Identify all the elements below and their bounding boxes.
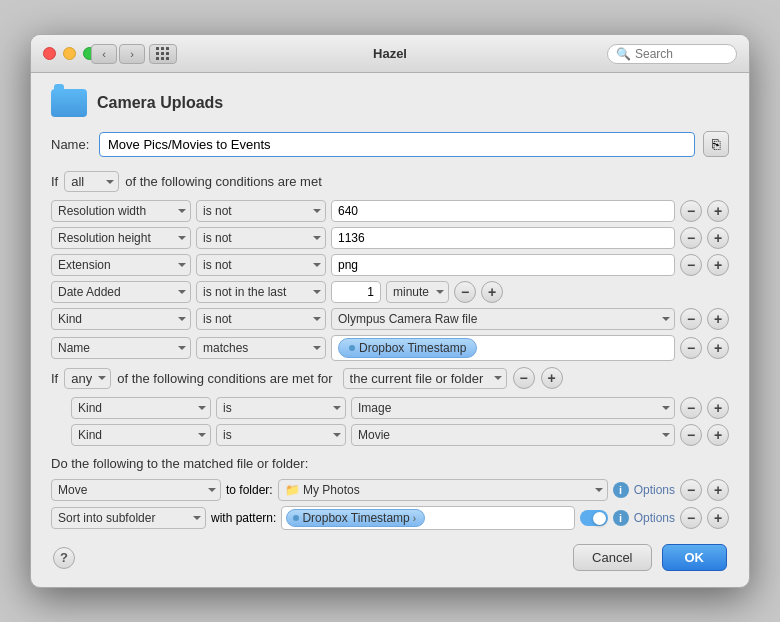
nested-cond-op-2[interactable]: is is not (216, 424, 346, 446)
folder-icon (51, 89, 87, 117)
cond-op-6[interactable]: matches does not match contains (196, 337, 326, 359)
footer: ? Cancel OK (51, 544, 729, 571)
remove-condition-6[interactable]: − (680, 337, 702, 359)
cancel-button[interactable]: Cancel (573, 544, 651, 571)
remove-nested-condition-2[interactable]: − (680, 424, 702, 446)
pattern-token-dot (293, 515, 299, 521)
conditions-all-select[interactable]: all any none (64, 171, 119, 192)
cond-op-5[interactable]: is not is (196, 308, 326, 330)
name-label: Name: (51, 137, 91, 152)
main-window: ‹ › Hazel 🔍 Camera Uploads Name: ⎘ (30, 34, 750, 588)
nested-if-label: If (51, 371, 58, 386)
help-button[interactable]: ? (53, 547, 75, 569)
actions-section: Do the following to the matched file or … (51, 456, 729, 530)
nested-cond-val-2[interactable]: Movie Image (351, 424, 675, 446)
nested-of-following: of the following conditions are met for (117, 371, 332, 386)
name-row: Name: ⎘ (51, 131, 729, 157)
cond-attr-3[interactable]: Extension (51, 254, 191, 276)
action-options-2[interactable]: Options (634, 511, 675, 525)
grid-button[interactable] (149, 44, 177, 64)
cond-attr-5[interactable]: Kind (51, 308, 191, 330)
action-preposition-1: to folder: (226, 483, 273, 497)
nested-conditions-header: If any all of the following conditions a… (51, 367, 729, 389)
cond-token-field-6[interactable]: Dropbox Timestamp (331, 335, 675, 361)
action-type-2[interactable]: Sort into subfolder Move (51, 507, 206, 529)
search-input[interactable] (635, 47, 728, 61)
folder-name: Camera Uploads (97, 94, 223, 112)
nested-cond-op-1[interactable]: is is not (216, 397, 346, 419)
pattern-token[interactable]: Dropbox Timestamp › (286, 509, 425, 527)
forward-button[interactable]: › (119, 44, 145, 64)
cond-val-5[interactable]: Olympus Camera Raw file (331, 308, 675, 330)
add-action-2[interactable]: + (707, 507, 729, 529)
action-folder-1[interactable]: 📁 My Photos 📁 My Movies (278, 479, 608, 501)
window-title: Hazel (373, 46, 407, 61)
add-condition-6[interactable]: + (707, 337, 729, 359)
add-condition-2[interactable]: + (707, 227, 729, 249)
nested-cond-val-1[interactable]: Image Movie (351, 397, 675, 419)
remove-condition-5[interactable]: − (680, 308, 702, 330)
cond-val-1[interactable] (331, 200, 675, 222)
cond-val-3[interactable] (331, 254, 675, 276)
cond-op-3[interactable]: is not is (196, 254, 326, 276)
nested-scope-select[interactable]: the current file or folder any enclosed … (343, 368, 507, 389)
nested-any-select[interactable]: any all (64, 368, 111, 389)
add-nested-condition-2[interactable]: + (707, 424, 729, 446)
condition-row-1: Resolution width is not is − + (51, 200, 729, 222)
remove-condition-3[interactable]: − (680, 254, 702, 276)
action-info-icon-1: i (613, 482, 629, 498)
conditions-header: If all any none of the following conditi… (51, 171, 729, 192)
remove-condition-1[interactable]: − (680, 200, 702, 222)
cond-op-1[interactable]: is not is (196, 200, 326, 222)
copy-button[interactable]: ⎘ (703, 131, 729, 157)
cond-attr-6[interactable]: Name (51, 337, 191, 359)
remove-condition-2[interactable]: − (680, 227, 702, 249)
remove-nested-condition[interactable]: − (513, 367, 535, 389)
name-input[interactable] (99, 132, 695, 157)
cond-op-2[interactable]: is not is (196, 227, 326, 249)
add-condition-4[interactable]: + (481, 281, 503, 303)
grid-icon (156, 47, 170, 61)
pattern-field[interactable]: Dropbox Timestamp › (281, 506, 574, 530)
remove-action-2[interactable]: − (680, 507, 702, 529)
action-row-2: Sort into subfolder Move with pattern: D… (51, 506, 729, 530)
nested-cond-attr-1[interactable]: Kind (71, 397, 211, 419)
add-condition-1[interactable]: + (707, 200, 729, 222)
cond-val-2[interactable] (331, 227, 675, 249)
search-icon: 🔍 (616, 47, 631, 61)
action-preposition-2: with pattern: (211, 511, 276, 525)
action-toggle-2[interactable] (580, 510, 608, 526)
token-label: Dropbox Timestamp (359, 341, 466, 355)
action-row-1: Move Copy Rename to folder: 📁 My Photos … (51, 479, 729, 501)
back-button[interactable]: ‹ (91, 44, 117, 64)
condition-row-3: Extension is not is − + (51, 254, 729, 276)
remove-nested-condition-1[interactable]: − (680, 397, 702, 419)
cond-unit-4[interactable]: minute hour day (386, 281, 449, 303)
cond-num-4[interactable] (331, 281, 381, 303)
dropbox-timestamp-token[interactable]: Dropbox Timestamp (338, 338, 477, 358)
close-button[interactable] (43, 47, 56, 60)
cond-attr-1[interactable]: Resolution width (51, 200, 191, 222)
add-nested-condition-1[interactable]: + (707, 397, 729, 419)
ok-button[interactable]: OK (662, 544, 728, 571)
nested-cond-attr-2[interactable]: Kind (71, 424, 211, 446)
condition-row-5: Kind is not is Olympus Camera Raw file −… (51, 308, 729, 330)
remove-action-1[interactable]: − (680, 479, 702, 501)
add-action-1[interactable]: + (707, 479, 729, 501)
add-condition-5[interactable]: + (707, 308, 729, 330)
remove-condition-4[interactable]: − (454, 281, 476, 303)
cond-op-4[interactable]: is not in the last is in the last (196, 281, 326, 303)
action-type-1[interactable]: Move Copy Rename (51, 479, 221, 501)
toggle-knob (593, 512, 606, 525)
cond-attr-2[interactable]: Resolution height (51, 227, 191, 249)
add-nested-condition[interactable]: + (541, 367, 563, 389)
cond-attr-4[interactable]: Date Added (51, 281, 191, 303)
action-options-1[interactable]: Options (634, 483, 675, 497)
condition-row-6: Name matches does not match contains Dro… (51, 335, 729, 361)
titlebar: ‹ › Hazel 🔍 (31, 35, 749, 73)
if-label: If (51, 174, 58, 189)
nav-buttons: ‹ › (91, 44, 145, 64)
add-condition-3[interactable]: + (707, 254, 729, 276)
nested-condition-1: Kind is is not Image Movie − + (51, 397, 729, 419)
minimize-button[interactable] (63, 47, 76, 60)
